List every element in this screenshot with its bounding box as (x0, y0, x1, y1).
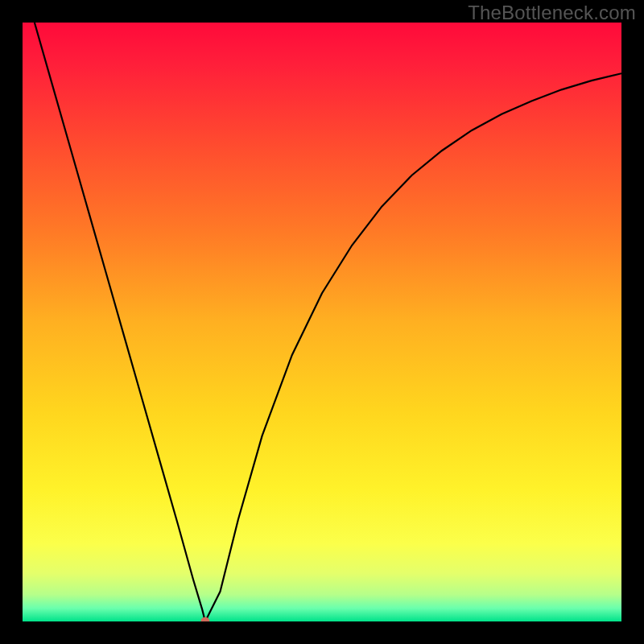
chart-svg (23, 23, 621, 621)
chart-frame: TheBottleneck.com (0, 0, 644, 644)
plot-area (23, 23, 621, 621)
gradient-background (23, 23, 621, 621)
watermark-label: TheBottleneck.com (468, 2, 636, 24)
